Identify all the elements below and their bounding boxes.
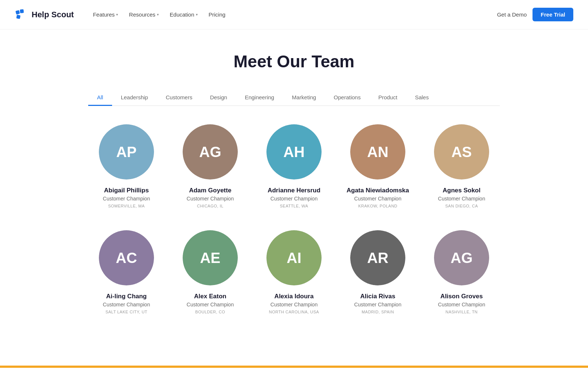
svg-rect-2	[16, 15, 21, 19]
chevron-down-icon: ▾	[116, 13, 118, 17]
avatar: AC	[99, 230, 154, 285]
member-name: Alexia Idoura	[275, 293, 314, 300]
logo-text: Help Scout	[32, 10, 74, 19]
avatar-placeholder: AR	[350, 230, 405, 285]
team-member: AR Alicia Rivas Customer Champion Madrid…	[340, 230, 416, 314]
member-role: Customer Champion	[270, 302, 318, 307]
nav-links: Features ▾ Resources ▾ Education ▾ Prici…	[89, 8, 497, 21]
filter-all[interactable]: All	[88, 90, 112, 106]
team-member: AH Adrianne Hersrud Customer Champion Se…	[256, 124, 332, 208]
filter-sales[interactable]: Sales	[406, 90, 438, 106]
member-location: Chicago, IL	[197, 204, 223, 208]
avatar: AP	[99, 124, 154, 179]
filter-design[interactable]: Design	[201, 90, 236, 106]
member-location: Madrid, Spain	[362, 310, 394, 314]
nav-features[interactable]: Features ▾	[89, 8, 122, 21]
member-role: Customer Champion	[187, 196, 234, 202]
filter-customers[interactable]: Customers	[157, 90, 201, 106]
filter-operations[interactable]: Operations	[325, 90, 369, 106]
member-location: Nashville, TN	[445, 310, 478, 314]
logo[interactable]: Help Scout	[15, 8, 74, 21]
free-trial-button[interactable]: Free Trial	[533, 8, 573, 21]
member-name: Agata Niewiadomska	[347, 187, 409, 194]
avatar: AG	[183, 124, 238, 179]
member-role: Customer Champion	[438, 302, 485, 307]
avatar: AI	[266, 230, 322, 285]
avatar: AG	[434, 230, 489, 285]
filter-leadership[interactable]: Leadership	[112, 90, 157, 106]
member-name: Alicia Rivas	[360, 293, 395, 300]
bottom-bar	[0, 366, 588, 368]
member-location: Somerville, MA	[108, 204, 145, 208]
member-name: Alex Eaton	[194, 293, 226, 300]
team-member: AS Agnes Sokol Customer Champion San Die…	[423, 124, 500, 208]
team-member: AC Ai-ling Chang Customer Champion Salt …	[88, 230, 165, 314]
avatar-placeholder: AH	[266, 124, 322, 179]
member-name: Agnes Sokol	[443, 187, 481, 194]
avatar: AH	[266, 124, 322, 179]
member-location: Krakow, Poland	[358, 204, 398, 208]
chevron-down-icon: ▾	[196, 13, 198, 17]
avatar-placeholder: AP	[99, 124, 154, 179]
avatar: AR	[350, 230, 405, 285]
team-member: AG Alison Groves Customer Champion Nashv…	[423, 230, 500, 314]
member-location: Seattle, WA	[280, 204, 308, 208]
filter-engineering[interactable]: Engineering	[236, 90, 283, 106]
avatar-placeholder: AG	[183, 124, 238, 179]
member-role: Customer Champion	[354, 196, 401, 202]
nav-actions: Get a Demo Free Trial	[497, 8, 573, 21]
member-name: Alison Groves	[440, 293, 483, 300]
team-grid: AP Abigail Phillips Customer Champion So…	[88, 124, 500, 314]
member-name: Adam Goyette	[189, 187, 231, 194]
team-member: AI Alexia Idoura Customer Champion North…	[256, 230, 332, 314]
avatar-placeholder: AE	[183, 230, 238, 285]
get-demo-link[interactable]: Get a Demo	[497, 11, 527, 18]
avatar-placeholder: AN	[350, 124, 405, 179]
member-location: Boulder, CO	[195, 310, 225, 314]
member-name: Ai-ling Chang	[106, 293, 147, 300]
member-role: Customer Champion	[187, 302, 234, 307]
member-role: Customer Champion	[354, 302, 401, 307]
navigation: Help Scout Features ▾ Resources ▾ Educat…	[0, 0, 588, 29]
svg-rect-0	[15, 10, 20, 14]
member-role: Customer Champion	[270, 196, 318, 202]
team-member: AG Adam Goyette Customer Champion Chicag…	[172, 124, 248, 208]
member-role: Customer Champion	[103, 196, 150, 202]
member-location: North Carolina, USA	[269, 310, 319, 314]
avatar: AS	[434, 124, 489, 179]
filter-marketing[interactable]: Marketing	[283, 90, 325, 106]
team-member: AN Agata Niewiadomska Customer Champion …	[340, 124, 416, 208]
avatar-placeholder: AC	[99, 230, 154, 285]
member-role: Customer Champion	[103, 302, 150, 307]
filter-tabs: All Leadership Customers Design Engineer…	[88, 90, 500, 106]
logo-icon	[15, 8, 28, 21]
member-location: San Diego, CA	[445, 204, 478, 208]
nav-resources[interactable]: Resources ▾	[125, 8, 163, 21]
member-location: Salt Lake City, UT	[105, 310, 147, 314]
avatar-placeholder: AI	[266, 230, 322, 285]
team-member: AP Abigail Phillips Customer Champion So…	[88, 124, 165, 208]
nav-pricing[interactable]: Pricing	[204, 8, 230, 21]
main-content: Meet Our Team All Leadership Customers D…	[74, 29, 514, 336]
nav-education[interactable]: Education ▾	[165, 8, 202, 21]
avatar: AE	[183, 230, 238, 285]
chevron-down-icon: ▾	[157, 13, 159, 17]
team-member: AE Alex Eaton Customer Champion Boulder,…	[172, 230, 248, 314]
filter-product[interactable]: Product	[369, 90, 406, 106]
member-name: Abigail Phillips	[104, 187, 149, 194]
avatar-placeholder: AG	[434, 230, 489, 285]
avatar-placeholder: AS	[434, 124, 489, 179]
svg-rect-1	[20, 9, 24, 13]
avatar: AN	[350, 124, 405, 179]
member-role: Customer Champion	[438, 196, 485, 202]
page-title: Meet Our Team	[88, 51, 500, 71]
member-name: Adrianne Hersrud	[268, 187, 320, 194]
